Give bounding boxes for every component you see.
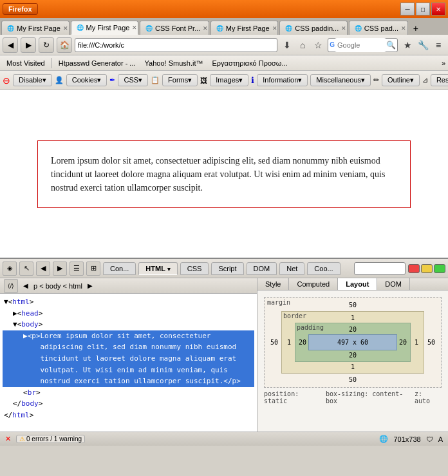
css-icon: ✒ <box>109 76 115 84</box>
tab-1[interactable]: 🌐 My First Page ✕ <box>1 21 70 35</box>
margin-bottom-value: 50 <box>268 376 437 383</box>
style-tab-dom[interactable]: DOM <box>377 278 410 290</box>
devtools-inspect-icon[interactable]: ◈ <box>3 262 17 276</box>
bookmarks-more[interactable]: » <box>442 59 445 67</box>
minimize-button[interactable]: ─ <box>400 3 415 15</box>
breadcrumb-back[interactable]: ◀ <box>21 281 31 291</box>
border-label: border <box>283 312 306 319</box>
forms-icon: 📋 <box>151 76 160 84</box>
devtools-tab-cookies[interactable]: Coo... <box>307 262 340 275</box>
tab-close-5[interactable]: ✕ <box>341 25 346 32</box>
bookmark-greek[interactable]: Εργαστηριακό Προσω... <box>208 58 291 68</box>
search-button[interactable]: 🔍 <box>386 41 396 50</box>
tab-close-3[interactable]: ✕ <box>203 25 208 32</box>
disable-button[interactable]: Disable▾ <box>13 74 52 86</box>
tab-close-4[interactable]: ✕ <box>272 25 277 32</box>
html-breadcrumb: ⟨/⟩ ◀ p < body < html ▶ <box>0 278 257 294</box>
style-panel: Style Computed Layout DOM margin 50 50 <box>257 278 448 432</box>
address-bar[interactable] <box>75 38 277 52</box>
new-tab-button[interactable]: + <box>409 22 422 35</box>
tab-close-6[interactable]: ✕ <box>401 25 406 32</box>
tab-close-1[interactable]: ✕ <box>63 25 68 32</box>
images-button[interactable]: Images▾ <box>210 74 248 86</box>
devtools-close-btn[interactable] <box>408 264 420 273</box>
style-tab-layout[interactable]: Layout <box>338 278 377 290</box>
tab-3[interactable]: 🌐 CSS Font Pr... ✕ <box>140 21 209 35</box>
bookmark-yahoo[interactable]: Yahoo! Smush.it™ <box>141 58 207 68</box>
devtools-panel: ◈ ↖ ◀ ▶ ☰ ⊞ Con... HTML ▾ CSS Script DOM… <box>0 258 448 432</box>
outline-button[interactable]: Outline▾ <box>382 74 420 86</box>
tree-br: <br> <box>3 387 254 399</box>
bookmark-star-icon[interactable]: ☆ <box>311 38 325 52</box>
information-button[interactable]: Information▾ <box>257 74 308 86</box>
cookies-button[interactable]: Cookies▾ <box>66 74 107 86</box>
tab-close-2[interactable]: ✕ <box>132 24 137 31</box>
devtools-tab-net[interactable]: Net <box>279 262 304 275</box>
position-value: position: static <box>264 390 326 405</box>
forms-button[interactable]: Forms▾ <box>162 74 198 86</box>
status-close-icon[interactable]: ✕ <box>5 435 11 443</box>
body-expand[interactable]: ▼ <box>13 319 17 330</box>
style-tab-style[interactable]: Style <box>257 278 289 290</box>
head-expand[interactable]: ▶ <box>13 308 17 319</box>
tab-icon-3: 🌐 <box>145 25 153 32</box>
reload-button[interactable]: ↻ <box>39 37 54 53</box>
error-badge[interactable]: ⚠ 0 errors / 1 warning <box>16 435 85 443</box>
tab-2[interactable]: 🌐 My First Page ✕ <box>71 21 139 35</box>
devtools-maximize-btn[interactable] <box>434 264 445 273</box>
border-left-value: 1 <box>285 339 294 346</box>
tab-5[interactable]: 🌐 CSS paddin... ✕ <box>279 21 348 35</box>
home-button[interactable]: 🏠 <box>57 37 72 53</box>
devtools-back-icon[interactable]: ◀ <box>36 262 50 276</box>
html-panel: ⟨/⟩ ◀ p < body < html ▶ ▼ <html> ▶ <head… <box>0 278 257 432</box>
close-button[interactable]: ✕ <box>431 3 445 15</box>
tab-6[interactable]: 🌐 CSS pad... ✕ <box>349 21 408 35</box>
tab-label-6: CSS pad... <box>364 24 398 32</box>
devtools-tab-script[interactable]: Script <box>211 262 243 275</box>
bookmark-most-visited[interactable]: Most Visited <box>3 58 49 68</box>
tools-icon[interactable]: 🔧 <box>416 38 430 52</box>
p-expand[interactable]: ▶ <box>23 330 28 342</box>
breadcrumb-expand[interactable]: ▶ <box>85 281 95 291</box>
tree-p-selected[interactable]: ▶ <p>Lorem ipsum dolor sit amet, consect… <box>3 330 254 387</box>
search-input[interactable] <box>335 38 386 52</box>
error-count: 0 errors / 1 warning <box>26 435 82 443</box>
forward-button[interactable]: ▶ <box>21 37 36 53</box>
back-button[interactable]: ◀ <box>3 37 18 53</box>
bookmark-htpasswd[interactable]: Htpasswd Generator - ... <box>55 58 140 68</box>
devtools-minimize-btn[interactable] <box>421 264 433 273</box>
style-tab-computed[interactable]: Computed <box>289 278 338 290</box>
maximize-button[interactable]: □ <box>416 3 430 15</box>
tab-icon-5: 🌐 <box>285 25 292 32</box>
tree-html-close: </html> <box>3 410 254 421</box>
devtools-menu-icon[interactable]: ☰ <box>70 262 84 276</box>
firefox-menu-button[interactable]: Firefox <box>3 3 38 15</box>
devtools-pointer-icon[interactable]: ↖ <box>19 262 33 276</box>
devtools-forward-icon[interactable]: ▶ <box>53 262 67 276</box>
css-button[interactable]: CSS▾ <box>118 74 148 86</box>
resize-button[interactable]: Resize▾ <box>431 74 448 86</box>
tree-body: ▼ <body> <box>3 319 254 330</box>
inspect-element-icon[interactable]: ⟨/⟩ <box>4 279 18 293</box>
html-expand[interactable]: ▼ <box>4 296 8 308</box>
padding-bottom-value: 20 <box>298 352 407 359</box>
devtools-tab-css[interactable]: CSS <box>180 262 209 275</box>
devtools-tab-html[interactable]: HTML ▾ <box>138 262 177 275</box>
devtools-tab-console[interactable]: Con... <box>103 262 136 275</box>
tab-4[interactable]: 🌐 My First Page ✕ <box>210 21 279 35</box>
border-right-value: 1 <box>412 339 421 346</box>
devtools-size-icon[interactable]: ⊞ <box>86 262 100 276</box>
separator-1 <box>51 58 52 68</box>
devtools-tab-dom[interactable]: DOM <box>247 262 277 275</box>
miscellaneous-button[interactable]: Miscellaneous▾ <box>310 74 371 86</box>
style-tabs: Style Computed Layout DOM <box>257 278 448 290</box>
padding-label: padding <box>297 324 324 331</box>
bookmark-icon[interactable]: ★ <box>400 38 415 52</box>
devtools-tab-html-arrow[interactable]: ▾ <box>167 266 171 272</box>
devtools-search[interactable] <box>354 262 406 275</box>
tab-icon-1: 🌐 <box>7 25 14 32</box>
menu-icon[interactable]: ≡ <box>431 38 445 52</box>
shield-icon: 🛡 <box>426 435 433 443</box>
home-nav-icon[interactable]: ⌂ <box>295 38 310 52</box>
download-icon[interactable]: ⬇ <box>280 38 294 52</box>
